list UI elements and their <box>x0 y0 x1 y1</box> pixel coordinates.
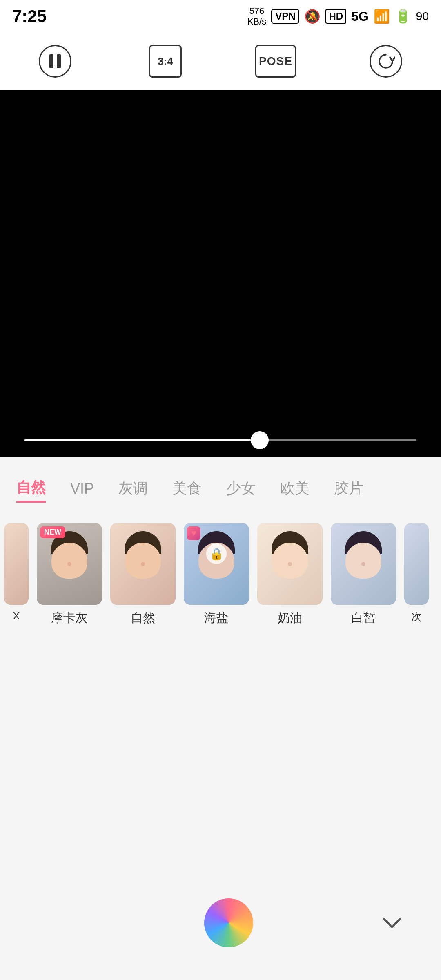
filter-label-cream: 奶油 <box>278 610 302 626</box>
filter-tab-girl[interactable]: 少女 <box>226 479 256 502</box>
filter-item-mocha[interactable]: NEW 摩卡灰 <box>37 523 102 626</box>
hd-badge: HD <box>325 9 346 24</box>
badge-vip: ♥ <box>187 526 200 540</box>
camera-viewfinder <box>0 90 441 457</box>
network-type: 5G <box>351 9 369 24</box>
filter-tabs: 自然 VIP 灰调 美食 少女 欧美 胶片 <box>0 457 441 515</box>
chevron-down-button[interactable] <box>376 906 408 939</box>
filter-item-more[interactable]: 次 <box>404 523 429 624</box>
color-wheel-button[interactable] <box>204 898 253 947</box>
filter-tab-film[interactable]: 胶片 <box>334 479 363 502</box>
filter-item-fair[interactable]: 白皙 <box>331 523 396 626</box>
slider-container <box>0 439 441 441</box>
filter-tab-vip[interactable]: VIP <box>70 480 94 501</box>
mute-icon: 🔕 <box>304 9 321 24</box>
filter-item-natural[interactable]: 自然 <box>110 523 176 626</box>
lock-overlay: 🔒 <box>206 543 227 564</box>
refresh-button[interactable] <box>365 41 406 82</box>
status-icons: 576KB/s VPN 🔕 HD 5G 📶 🔋 90 <box>247 6 429 27</box>
slider-track[interactable] <box>24 439 416 441</box>
filter-tab-european[interactable]: 欧美 <box>280 479 310 502</box>
top-toolbar: 3:4 POSE <box>0 33 441 90</box>
filter-tab-natural[interactable]: 自然 <box>16 478 46 503</box>
chevron-down-icon <box>380 911 404 935</box>
bottom-controls <box>0 898 441 947</box>
slider-fill <box>24 439 260 441</box>
filter-item-first[interactable]: X <box>4 523 29 622</box>
status-time: 7:25 <box>12 7 47 26</box>
filter-label-mocha: 摩卡灰 <box>51 610 88 626</box>
network-speed: 576KB/s <box>247 6 266 27</box>
filter-label-fair: 白皙 <box>351 610 376 626</box>
bottom-panel: 自然 VIP 灰调 美食 少女 欧美 胶片 X <box>0 457 441 980</box>
slider-thumb[interactable] <box>251 431 269 449</box>
filter-tab-gray[interactable]: 灰调 <box>118 479 148 502</box>
filter-label-natural: 自然 <box>131 610 155 626</box>
filter-items-row: X NEW 摩卡灰 <box>0 515 441 635</box>
pause-button[interactable] <box>35 41 76 82</box>
ratio-button[interactable]: 3:4 <box>145 41 186 82</box>
pose-label: POSE <box>259 55 292 68</box>
refresh-icon <box>377 52 395 70</box>
ratio-label: 3:4 <box>158 55 173 68</box>
badge-new: NEW <box>40 526 65 538</box>
filter-tab-food[interactable]: 美食 <box>172 479 202 502</box>
vpn-badge: VPN <box>271 9 299 24</box>
filter-item-sea-salt[interactable]: 🔒 ♥ 海盐 <box>184 523 249 626</box>
filter-label-sea-salt: 海盐 <box>204 610 229 626</box>
pause-bar-right <box>57 54 61 68</box>
pose-button[interactable]: POSE <box>255 41 296 82</box>
status-bar: 7:25 576KB/s VPN 🔕 HD 5G 📶 🔋 90 <box>0 0 441 33</box>
battery-icon: 🔋 <box>395 9 411 24</box>
pause-bar-left <box>49 54 53 68</box>
filter-item-cream[interactable]: 奶油 <box>257 523 323 626</box>
signal-icon: 📶 <box>374 9 390 24</box>
battery-level: 90 <box>416 10 429 23</box>
